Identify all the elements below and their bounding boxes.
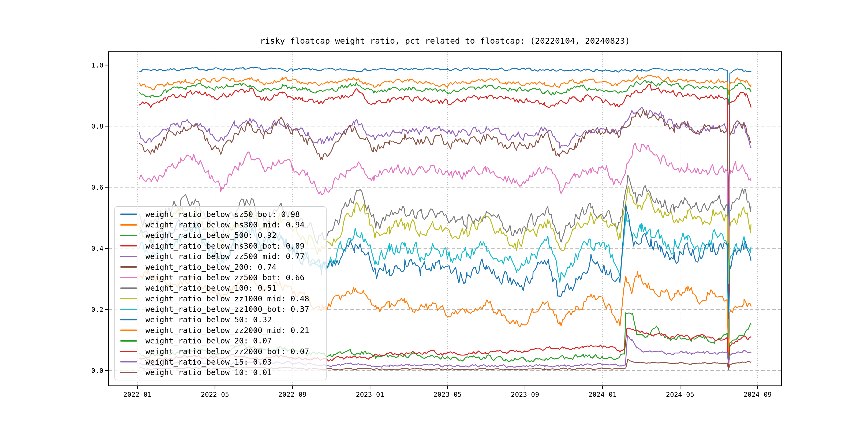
legend-label: weight_ratio_below_hs300_mid: 0.94 [146, 220, 305, 229]
legend-swatch [120, 287, 137, 289]
legend-label: weight_ratio_below_100: 0.51 [146, 283, 277, 293]
legend-swatch [120, 277, 137, 278]
legend-item: weight_ratio_below_zz1000_mid: 0.48 [120, 294, 323, 304]
y-tick-label: 0.8 [91, 122, 103, 130]
legend-swatch [120, 224, 137, 225]
legend-label: weight_ratio_below_zz1000_mid: 0.48 [146, 294, 309, 304]
legend-label: weight_ratio_below_20: 0.07 [146, 336, 272, 346]
legend-label: weight_ratio_below_zz2000_bot: 0.07 [146, 347, 309, 356]
legend-swatch [120, 319, 137, 320]
legend-item: weight_ratio_below_sz50_bot: 0.98 [120, 210, 323, 219]
y-tick-label: 0.6 [91, 184, 103, 191]
legend-label: weight_ratio_below_zz1000_bot: 0.37 [146, 304, 309, 314]
legend-item: weight_ratio_below_hs300_bot: 0.89 [120, 241, 323, 251]
legend-item: weight_ratio_below_20: 0.07 [120, 336, 323, 346]
legend-swatch [120, 214, 137, 215]
legend-label: weight_ratio_below_sz50_bot: 0.98 [146, 210, 300, 219]
legend-label: weight_ratio_below_50: 0.32 [146, 315, 272, 324]
y-tick-label: 0.0 [91, 367, 103, 374]
legend-label: weight_ratio_below_15: 0.03 [146, 357, 272, 367]
chart-title: risky floatcap weight ratio, pct related… [108, 36, 781, 45]
legend-label: weight_ratio_below_zz2000_mid: 0.21 [146, 326, 309, 335]
legend-swatch [120, 340, 137, 342]
x-tick-label: 2024-01 [588, 391, 616, 398]
legend-label: weight_ratio_below_500: 0.92 [146, 230, 277, 240]
x-tick-label: 2022-01 [123, 391, 151, 398]
legend-label: weight_ratio_below_200: 0.74 [146, 262, 277, 272]
legend-swatch [120, 256, 137, 257]
legend-item: weight_ratio_below_zz500_mid: 0.77 [120, 252, 323, 261]
x-tick-label: 2022-09 [278, 391, 307, 398]
legend-swatch [120, 309, 137, 310]
x-tick-label: 2023-05 [433, 391, 462, 398]
legend-item: weight_ratio_below_100: 0.51 [120, 283, 323, 293]
legend-label: weight_ratio_below_zz500_mid: 0.77 [146, 252, 305, 261]
legend-swatch [120, 351, 137, 352]
x-tick-label: 2023-01 [356, 391, 384, 398]
legend-swatch [120, 361, 137, 363]
x-tick-label: 2024-05 [666, 391, 694, 398]
legend: weight_ratio_below_sz50_bot: 0.98weight_… [114, 206, 327, 380]
legend-item: weight_ratio_below_50: 0.32 [120, 315, 323, 324]
x-tick-label: 2023-09 [511, 391, 539, 398]
legend-item: weight_ratio_below_200: 0.74 [120, 262, 323, 272]
x-tick-label: 2022-05 [201, 391, 229, 398]
legend-item: weight_ratio_below_zz500_bot: 0.66 [120, 273, 323, 282]
chart-figure: risky floatcap weight ratio, pct related… [0, 0, 868, 434]
legend-swatch [120, 372, 137, 373]
legend-item: weight_ratio_below_zz1000_bot: 0.37 [120, 304, 323, 314]
legend-label: weight_ratio_below_10: 0.01 [146, 368, 272, 377]
legend-swatch [120, 235, 137, 236]
legend-item: weight_ratio_below_hs300_mid: 0.94 [120, 220, 323, 229]
y-tick-label: 0.2 [91, 306, 103, 313]
legend-swatch [120, 245, 137, 246]
legend-item: weight_ratio_below_zz2000_bot: 0.07 [120, 347, 323, 356]
y-tick-label: 1.0 [91, 61, 103, 69]
legend-swatch [120, 266, 137, 268]
legend-item: weight_ratio_below_zz2000_mid: 0.21 [120, 326, 323, 335]
legend-item: weight_ratio_below_15: 0.03 [120, 357, 323, 367]
legend-label: weight_ratio_below_zz500_bot: 0.66 [146, 273, 305, 282]
legend-swatch [120, 330, 137, 331]
legend-label: weight_ratio_below_hs300_bot: 0.89 [146, 241, 305, 251]
y-tick-label: 0.4 [91, 245, 103, 252]
x-tick-label: 2024-09 [743, 391, 772, 398]
legend-item: weight_ratio_below_500: 0.92 [120, 230, 323, 240]
legend-item: weight_ratio_below_10: 0.01 [120, 368, 323, 377]
legend-swatch [120, 298, 137, 299]
